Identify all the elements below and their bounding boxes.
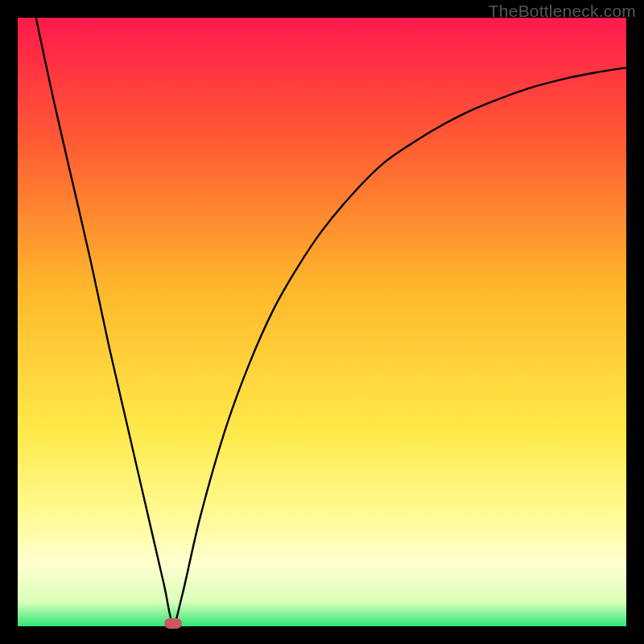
bottleneck-curve [36, 18, 626, 624]
watermark-text: TheBottleneck.com [489, 2, 636, 21]
plot-svg [18, 18, 626, 626]
minimum-marker [164, 618, 182, 629]
chart-frame: TheBottleneck.com [0, 0, 644, 644]
